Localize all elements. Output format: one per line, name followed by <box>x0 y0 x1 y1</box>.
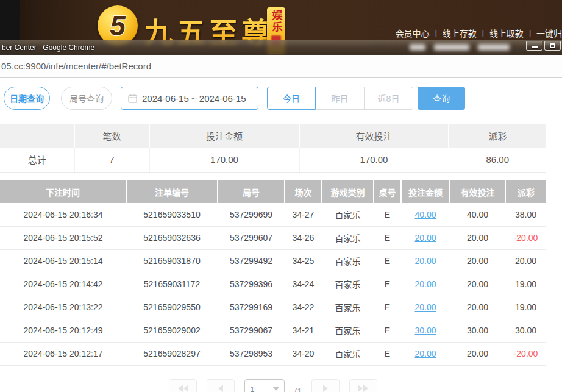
summary-header-payout: 派彩 <box>449 124 546 148</box>
col-bet-id: 注单编号 <box>126 180 218 203</box>
summary-table: 笔数 投注金额 有效投注 派彩 总计 7 170.00 170.00 86.00 <box>0 124 546 173</box>
bet-amount-link[interactable]: 40.00 <box>414 210 436 219</box>
calendar-icon <box>128 94 137 103</box>
cell-valid-bet: 30.00 <box>450 319 505 342</box>
next-page-button[interactable] <box>311 379 340 392</box>
summary-header-blank <box>0 124 74 148</box>
cell-bet-id: 521659028297 <box>126 342 218 365</box>
bet-amount-link[interactable]: 20.00 <box>414 256 436 266</box>
cell-session: 34-25 <box>285 249 322 273</box>
cell-table-no: E <box>374 296 401 319</box>
cell-game-type: 百家乐 <box>322 342 374 365</box>
cell-bet-time: 2024-06-15 20:15:52 <box>0 226 126 249</box>
quick-last8days-button[interactable]: 近8日 <box>365 87 413 110</box>
summary-header-count: 笔数 <box>74 124 149 148</box>
cell-round: 537299699 <box>218 203 285 226</box>
window-titlebar[interactable]: ber Center - Google Chrome <box>0 40 562 55</box>
bet-amount-link[interactable]: 20.00 <box>414 233 436 243</box>
cell-round: 537299067 <box>218 319 285 342</box>
bet-amount-link[interactable]: 30.00 <box>414 326 436 335</box>
cell-valid-bet: 40.00 <box>450 203 505 226</box>
double-right-arrow-icon <box>363 385 368 392</box>
cell-table-no: E <box>374 203 401 226</box>
cell-table-no: E <box>374 249 401 273</box>
cell-valid-bet: 20.00 <box>450 296 505 319</box>
col-valid-bet: 有效投注 <box>450 180 505 203</box>
nav-one-click-transfer[interactable]: 一键归户 <box>536 27 562 39</box>
right-arrow-icon <box>323 385 328 392</box>
nav-online-withdraw[interactable]: 线上取款 <box>489 27 524 39</box>
header-nav: 会员中心 | 线上存款 | 线上取款 | 一键归户 <box>396 27 562 39</box>
window-title: ber Center - Google Chrome <box>2 43 94 52</box>
cell-table-no: E <box>374 273 401 296</box>
cell-game-type: 百家乐 <box>322 296 374 319</box>
summary-total-label: 总计 <box>0 148 74 172</box>
table-row: 2024-06-15 20:12:49 521659029002 5372990… <box>0 319 546 342</box>
nav-member-center[interactable]: 会员中心 <box>396 27 430 39</box>
date-range-input[interactable]: 2024-06-15 ~ 2024-06-15 <box>121 87 258 110</box>
minimize-button[interactable] <box>526 41 542 51</box>
url-text: 05.cc:9900/infe/mcenter/#/betRecord <box>1 61 151 71</box>
cell-bet-time: 2024-06-15 20:16:34 <box>0 203 126 226</box>
col-game-type: 游戏类别 <box>322 180 374 203</box>
cell-session: 34-27 <box>285 203 322 226</box>
nav-separator: | <box>435 29 437 37</box>
cell-table-no: E <box>374 226 401 249</box>
first-page-button[interactable] <box>169 379 197 392</box>
maximize-button[interactable] <box>544 41 561 51</box>
cell-round: 537298953 <box>218 342 285 365</box>
cell-round: 537299169 <box>218 296 285 319</box>
cell-bet-time: 2024-06-15 20:14:42 <box>0 273 126 296</box>
summary-header-row: 笔数 投注金额 有效投注 派彩 <box>0 124 546 148</box>
summary-header-valid-bet: 有效投注 <box>299 124 449 148</box>
col-session: 场次 <box>285 180 322 203</box>
prev-page-button[interactable] <box>207 379 235 392</box>
col-bet-time: 下注时间 <box>0 180 126 203</box>
blurred-user-info <box>410 44 510 51</box>
col-bet-amount: 投注金额 <box>401 180 450 203</box>
cell-valid-bet: 20.00 <box>450 249 505 273</box>
last-page-button[interactable] <box>349 379 377 392</box>
summary-total-row: 总计 7 170.00 170.00 86.00 <box>0 148 546 172</box>
cell-payout: -20.00 <box>505 342 546 365</box>
date-range-value: 2024-06-15 ~ 2024-06-15 <box>142 93 246 104</box>
nav-separator: | <box>482 29 484 37</box>
page-select[interactable]: 1 <box>244 379 285 392</box>
cell-payout: -20.00 <box>505 226 546 249</box>
minimize-icon <box>532 46 538 48</box>
table-row: 2024-06-15 20:15:52 521659032636 5372996… <box>0 226 546 249</box>
col-round: 局号 <box>218 180 285 203</box>
cell-payout: 19.00 <box>505 296 546 319</box>
pagination: 1 (1 <box>0 379 546 392</box>
nav-online-deposit[interactable]: 线上存款 <box>443 27 477 39</box>
search-button[interactable]: 查询 <box>418 87 465 110</box>
bet-amount-link[interactable]: 20.00 <box>414 349 436 358</box>
bet-table-header-row: 下注时间 注单编号 局号 场次 游戏类别 桌号 投注金额 有效投注 派彩 <box>0 180 546 203</box>
page-select-value: 1 <box>250 385 254 392</box>
bet-record-table: 下注时间 注单编号 局号 场次 游戏类别 桌号 投注金额 有效投注 派彩 202… <box>0 180 546 366</box>
brand-badge-text: 娱乐 <box>269 10 284 33</box>
cell-valid-bet: 20.00 <box>450 273 505 296</box>
tab-date-query[interactable]: 日期查询 <box>4 87 50 110</box>
quick-yesterday-button[interactable]: 昨日 <box>316 87 365 110</box>
cell-game-type: 百家乐 <box>322 319 374 342</box>
cell-bet-time: 2024-06-15 20:13:22 <box>0 296 126 319</box>
cell-session: 34-21 <box>285 319 322 342</box>
cell-payout: 38.00 <box>505 203 546 226</box>
cell-payout: 30.00 <box>505 319 546 342</box>
tab-round-query[interactable]: 局号查询 <box>61 87 112 110</box>
bet-amount-link[interactable]: 20.00 <box>414 302 436 312</box>
cell-payout: 20.00 <box>505 249 546 273</box>
coin-digit: 5 <box>110 9 126 42</box>
cell-bet-time: 2024-06-15 20:15:14 <box>0 249 126 273</box>
cell-valid-bet: 20.00 <box>450 342 505 365</box>
page-info: (1 <box>294 387 302 392</box>
address-bar[interactable]: 05.cc:9900/infe/mcenter/#/betRecord <box>0 55 562 78</box>
summary-header-bet-amount: 投注金额 <box>149 124 299 148</box>
cell-game-type: 百家乐 <box>322 203 374 226</box>
quick-today-button[interactable]: 今日 <box>267 87 316 110</box>
cell-session: 34-24 <box>285 273 322 296</box>
cell-bet-id: 521659031870 <box>126 249 218 273</box>
cell-payout: 19.00 <box>505 273 546 296</box>
bet-amount-link[interactable]: 20.00 <box>414 279 436 289</box>
